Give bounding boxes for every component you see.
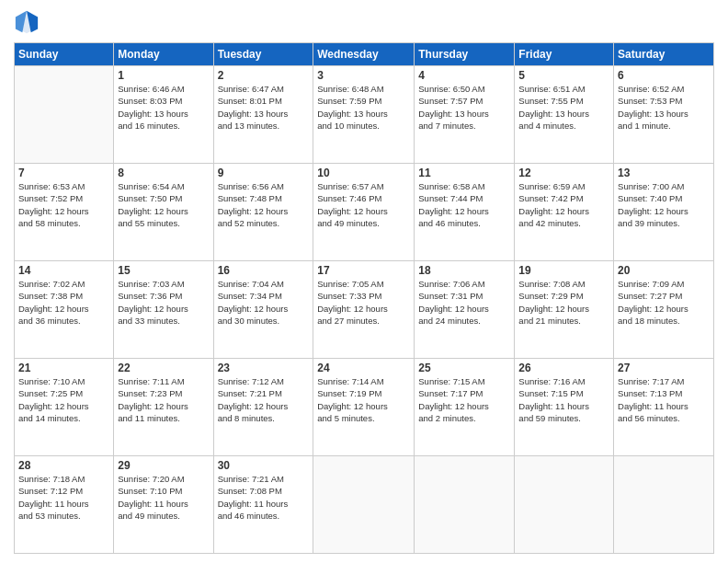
calendar-cell: 28Sunrise: 7:18 AMSunset: 7:12 PMDayligh… [15,456,114,554]
calendar-cell: 13Sunrise: 7:00 AMSunset: 7:40 PMDayligh… [614,164,714,261]
day-info: Sunrise: 7:05 AMSunset: 7:33 PMDaylight:… [317,278,410,327]
calendar-cell: 29Sunrise: 7:20 AMSunset: 7:10 PMDayligh… [114,456,213,554]
calendar-cell: 6Sunrise: 6:52 AMSunset: 7:53 PMDaylight… [614,66,714,164]
weekday-header-tuesday: Tuesday [213,43,313,66]
day-info: Sunrise: 6:50 AMSunset: 7:57 PMDaylight:… [418,83,510,132]
calendar-cell: 12Sunrise: 6:59 AMSunset: 7:42 PMDayligh… [515,164,614,261]
calendar-cell: 1Sunrise: 6:46 AMSunset: 8:03 PMDaylight… [114,66,213,164]
calendar-cell: 21Sunrise: 7:10 AMSunset: 7:25 PMDayligh… [15,359,114,456]
calendar-cell: 15Sunrise: 7:03 AMSunset: 7:36 PMDayligh… [114,261,213,359]
calendar-cell [515,456,614,554]
day-info: Sunrise: 6:54 AMSunset: 7:50 PMDaylight:… [118,180,209,229]
day-info: Sunrise: 7:15 AMSunset: 7:17 PMDaylight:… [418,375,510,424]
day-info: Sunrise: 7:20 AMSunset: 7:10 PMDaylight:… [118,473,209,522]
calendar-table: SundayMondayTuesdayWednesdayThursdayFrid… [14,42,714,554]
calendar-cell: 19Sunrise: 7:08 AMSunset: 7:29 PMDayligh… [515,261,614,359]
day-number: 24 [317,362,410,374]
day-number: 9 [218,167,310,179]
day-info: Sunrise: 6:52 AMSunset: 7:53 PMDaylight:… [618,83,710,132]
day-info: Sunrise: 7:09 AMSunset: 7:27 PMDaylight:… [618,278,710,327]
day-number: 18 [418,264,510,277]
calendar-cell: 20Sunrise: 7:09 AMSunset: 7:27 PMDayligh… [614,261,714,359]
calendar-cell: 2Sunrise: 6:47 AMSunset: 8:01 PMDaylight… [213,66,313,164]
header [14,9,714,35]
weekday-header-thursday: Thursday [415,43,515,66]
calendar-week-5: 28Sunrise: 7:18 AMSunset: 7:12 PMDayligh… [15,456,714,554]
day-info: Sunrise: 6:53 AMSunset: 7:52 PMDaylight:… [18,180,109,229]
day-number: 2 [218,69,310,82]
day-number: 30 [218,459,310,472]
day-number: 25 [418,362,510,374]
day-info: Sunrise: 7:03 AMSunset: 7:36 PMDaylight:… [118,278,209,327]
calendar-cell [614,456,714,554]
calendar-header-row: SundayMondayTuesdayWednesdayThursdayFrid… [15,43,714,66]
day-info: Sunrise: 6:59 AMSunset: 7:42 PMDaylight:… [518,180,609,229]
day-info: Sunrise: 7:12 AMSunset: 7:21 PMDaylight:… [218,375,310,424]
calendar-cell: 30Sunrise: 7:21 AMSunset: 7:08 PMDayligh… [213,456,313,554]
day-info: Sunrise: 7:10 AMSunset: 7:25 PMDaylight:… [18,375,109,424]
day-number: 1 [118,69,209,82]
calendar-cell: 8Sunrise: 6:54 AMSunset: 7:50 PMDaylight… [114,164,213,261]
day-number: 8 [118,167,209,179]
day-number: 15 [118,264,209,277]
weekday-header-sunday: Sunday [15,43,114,66]
weekday-header-saturday: Saturday [614,43,714,66]
day-info: Sunrise: 7:04 AMSunset: 7:34 PMDaylight:… [218,278,310,327]
day-number: 6 [618,69,710,82]
day-number: 22 [118,362,209,374]
day-number: 19 [518,264,609,277]
weekday-header-friday: Friday [515,43,614,66]
day-number: 4 [418,69,510,82]
calendar-week-1: 1Sunrise: 6:46 AMSunset: 8:03 PMDaylight… [15,66,714,164]
day-number: 23 [218,362,310,374]
day-number: 11 [418,167,510,179]
day-info: Sunrise: 6:48 AMSunset: 7:59 PMDaylight:… [317,83,410,132]
calendar-cell: 27Sunrise: 7:17 AMSunset: 7:13 PMDayligh… [614,359,714,456]
day-info: Sunrise: 6:57 AMSunset: 7:46 PMDaylight:… [317,180,410,229]
day-info: Sunrise: 6:51 AMSunset: 7:55 PMDaylight:… [518,83,609,132]
day-number: 21 [18,362,109,374]
day-number: 14 [18,264,109,277]
day-number: 10 [317,167,410,179]
calendar-cell: 26Sunrise: 7:16 AMSunset: 7:15 PMDayligh… [515,359,614,456]
calendar-cell: 9Sunrise: 6:56 AMSunset: 7:48 PMDaylight… [213,164,313,261]
day-info: Sunrise: 7:17 AMSunset: 7:13 PMDaylight:… [618,375,710,424]
logo-icon [14,9,40,35]
calendar-cell [313,456,415,554]
day-info: Sunrise: 7:14 AMSunset: 7:19 PMDaylight:… [317,375,410,424]
day-number: 29 [118,459,209,472]
day-info: Sunrise: 7:21 AMSunset: 7:08 PMDaylight:… [218,473,310,522]
day-number: 27 [618,362,710,374]
day-info: Sunrise: 6:56 AMSunset: 7:48 PMDaylight:… [218,180,310,229]
calendar-cell: 16Sunrise: 7:04 AMSunset: 7:34 PMDayligh… [213,261,313,359]
calendar-cell: 10Sunrise: 6:57 AMSunset: 7:46 PMDayligh… [313,164,415,261]
day-info: Sunrise: 7:08 AMSunset: 7:29 PMDaylight:… [518,278,609,327]
calendar-cell: 17Sunrise: 7:05 AMSunset: 7:33 PMDayligh… [313,261,415,359]
day-info: Sunrise: 6:46 AMSunset: 8:03 PMDaylight:… [118,83,209,132]
calendar-cell [415,456,515,554]
calendar-cell: 4Sunrise: 6:50 AMSunset: 7:57 PMDaylight… [415,66,515,164]
calendar-cell: 18Sunrise: 7:06 AMSunset: 7:31 PMDayligh… [415,261,515,359]
day-number: 17 [317,264,410,277]
calendar-week-2: 7Sunrise: 6:53 AMSunset: 7:52 PMDaylight… [15,164,714,261]
day-info: Sunrise: 7:06 AMSunset: 7:31 PMDaylight:… [418,278,510,327]
weekday-header-wednesday: Wednesday [313,43,415,66]
calendar-cell: 24Sunrise: 7:14 AMSunset: 7:19 PMDayligh… [313,359,415,456]
calendar-cell: 25Sunrise: 7:15 AMSunset: 7:17 PMDayligh… [415,359,515,456]
calendar-cell: 5Sunrise: 6:51 AMSunset: 7:55 PMDaylight… [515,66,614,164]
day-number: 12 [518,167,609,179]
day-info: Sunrise: 7:00 AMSunset: 7:40 PMDaylight:… [618,180,710,229]
day-number: 16 [218,264,310,277]
calendar-cell: 11Sunrise: 6:58 AMSunset: 7:44 PMDayligh… [415,164,515,261]
calendar-cell: 23Sunrise: 7:12 AMSunset: 7:21 PMDayligh… [213,359,313,456]
page: SundayMondayTuesdayWednesdayThursdayFrid… [0,0,728,563]
calendar-week-4: 21Sunrise: 7:10 AMSunset: 7:25 PMDayligh… [15,359,714,456]
day-number: 13 [618,167,710,179]
weekday-header-monday: Monday [114,43,213,66]
calendar-cell: 7Sunrise: 6:53 AMSunset: 7:52 PMDaylight… [15,164,114,261]
day-info: Sunrise: 6:47 AMSunset: 8:01 PMDaylight:… [218,83,310,132]
day-info: Sunrise: 7:11 AMSunset: 7:23 PMDaylight:… [118,375,209,424]
calendar-cell [15,66,114,164]
day-number: 20 [618,264,710,277]
calendar-cell: 3Sunrise: 6:48 AMSunset: 7:59 PMDaylight… [313,66,415,164]
